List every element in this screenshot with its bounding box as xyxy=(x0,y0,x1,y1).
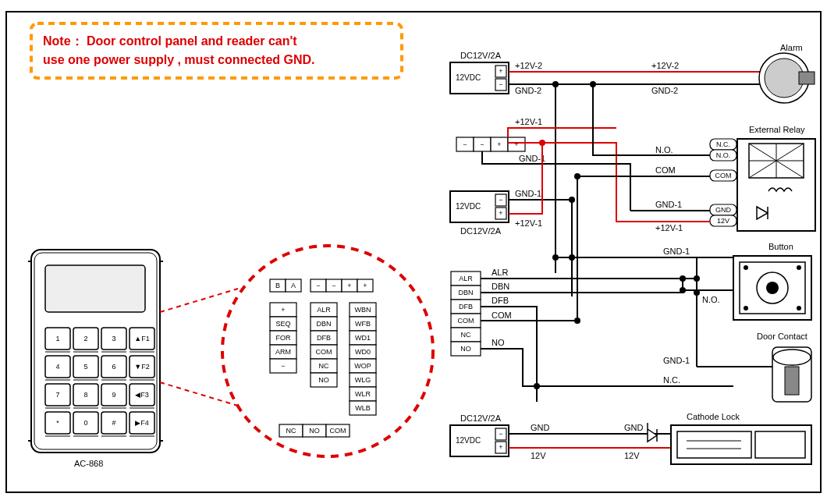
svg-text:External Relay: External Relay xyxy=(749,125,805,134)
svg-point-103 xyxy=(765,59,804,98)
svg-text:ARM: ARM xyxy=(275,348,291,356)
svg-text:#: # xyxy=(112,419,115,427)
svg-text:+: + xyxy=(347,282,351,289)
svg-text:12V: 12V xyxy=(531,451,546,460)
svg-text:−: − xyxy=(480,140,484,148)
svg-text:DBN: DBN xyxy=(316,320,331,328)
svg-text:0: 0 xyxy=(83,419,87,427)
svg-text:DFB: DFB xyxy=(492,296,509,305)
svg-text:B: B xyxy=(275,282,280,289)
svg-text:−: − xyxy=(332,282,335,289)
svg-text:NC: NC xyxy=(319,362,329,370)
svg-point-161 xyxy=(574,173,580,179)
svg-text:SEQ: SEQ xyxy=(275,320,290,328)
svg-text:+12V-1: +12V-1 xyxy=(515,218,542,228)
svg-text:COM: COM xyxy=(655,165,676,175)
svg-point-168 xyxy=(744,265,748,270)
svg-text:NO: NO xyxy=(460,345,471,353)
svg-text:DBN: DBN xyxy=(458,289,473,296)
svg-text:▲F1: ▲F1 xyxy=(134,335,149,343)
svg-text:DFB: DFB xyxy=(317,334,331,342)
svg-text:5: 5 xyxy=(83,363,87,371)
svg-text:+: + xyxy=(499,67,502,75)
svg-point-170 xyxy=(744,306,748,311)
svg-text:12V: 12V xyxy=(717,217,729,225)
svg-text:+12V-2: +12V-2 xyxy=(515,61,542,70)
svg-text:WOP: WOP xyxy=(354,362,371,370)
svg-text:+: + xyxy=(363,282,367,289)
svg-text:GND-2: GND-2 xyxy=(651,86,678,95)
svg-text:N.O.: N.O. xyxy=(702,295,720,304)
svg-text:−: − xyxy=(316,282,320,289)
svg-text:FOR: FOR xyxy=(276,334,291,342)
svg-text:+12V-2: +12V-2 xyxy=(651,61,679,70)
svg-text:DC12V/2A: DC12V/2A xyxy=(460,226,502,236)
svg-text:N.C.: N.C. xyxy=(663,375,680,385)
svg-text:WD1: WD1 xyxy=(355,334,371,342)
svg-text:Alarm: Alarm xyxy=(780,43,803,52)
svg-text:WLR: WLR xyxy=(355,390,371,398)
svg-text:12V: 12V xyxy=(624,451,640,460)
svg-text:12VDC: 12VDC xyxy=(456,436,481,445)
svg-text:COM: COM xyxy=(492,311,512,320)
svg-text:+: + xyxy=(281,306,285,314)
svg-text:Cathode Lock: Cathode Lock xyxy=(687,412,740,421)
svg-text:6: 6 xyxy=(112,363,115,371)
note-line1: Note： Door control panel and reader can'… xyxy=(43,34,297,48)
svg-text:NO: NO xyxy=(309,427,320,435)
svg-point-176 xyxy=(552,81,559,87)
svg-text:COM: COM xyxy=(330,427,346,435)
svg-text:NO: NO xyxy=(492,338,505,347)
svg-text:NC: NC xyxy=(286,427,296,435)
svg-text:−: − xyxy=(499,196,502,204)
svg-text:4: 4 xyxy=(55,363,59,371)
svg-text:▶F4: ▶F4 xyxy=(135,419,149,427)
svg-text:ALR: ALR xyxy=(492,268,508,277)
svg-point-143 xyxy=(569,197,575,203)
svg-text:WD0: WD0 xyxy=(355,348,371,356)
svg-point-128 xyxy=(590,81,596,87)
svg-text:N.O.: N.O. xyxy=(716,151,731,159)
svg-text:N.O.: N.O. xyxy=(655,145,673,154)
svg-text:DBN: DBN xyxy=(492,282,509,291)
svg-text:◀F3: ◀F3 xyxy=(135,391,149,399)
svg-text:1: 1 xyxy=(55,335,59,343)
svg-text:GND-1: GND-1 xyxy=(663,356,690,365)
svg-text:ALR: ALR xyxy=(317,306,331,314)
svg-text:Button: Button xyxy=(768,242,793,251)
svg-point-171 xyxy=(797,306,801,311)
svg-point-175 xyxy=(680,287,686,293)
svg-text:GND-1: GND-1 xyxy=(663,247,690,256)
svg-point-187 xyxy=(534,383,540,389)
svg-text:3: 3 xyxy=(112,335,115,343)
svg-point-174 xyxy=(680,275,686,282)
svg-text:+: + xyxy=(514,140,518,148)
svg-point-167 xyxy=(766,282,779,294)
svg-text:+: + xyxy=(499,209,502,217)
svg-text:2: 2 xyxy=(83,335,87,343)
svg-text:8: 8 xyxy=(83,391,87,399)
svg-text:DFB: DFB xyxy=(459,303,473,311)
svg-text:−: − xyxy=(499,430,502,438)
svg-point-173 xyxy=(694,289,700,296)
svg-point-183 xyxy=(773,350,811,365)
svg-text:GND-1: GND-1 xyxy=(655,200,682,209)
svg-text:WBN: WBN xyxy=(355,306,371,314)
svg-text:7: 7 xyxy=(55,391,59,399)
svg-text:NO: NO xyxy=(318,376,329,384)
svg-text:WFB: WFB xyxy=(355,320,371,328)
svg-text:WLG: WLG xyxy=(355,376,371,384)
svg-text:COM: COM xyxy=(316,348,332,356)
svg-text:GND-2: GND-2 xyxy=(515,86,541,95)
svg-text:GND: GND xyxy=(531,423,550,432)
svg-text:12VDC: 12VDC xyxy=(456,73,481,82)
svg-text:GND-1: GND-1 xyxy=(515,189,541,198)
device-ac868: 123▲F1456▼F2789◀F3*0#▶F4 AC-868 xyxy=(28,250,163,468)
svg-text:COM: COM xyxy=(715,172,732,179)
svg-rect-202 xyxy=(755,431,805,458)
svg-text:DC12V/2A: DC12V/2A xyxy=(460,51,502,60)
svg-text:GND: GND xyxy=(624,423,644,432)
svg-rect-184 xyxy=(785,367,799,395)
svg-point-142 xyxy=(539,140,545,146)
svg-text:NC: NC xyxy=(461,331,471,339)
